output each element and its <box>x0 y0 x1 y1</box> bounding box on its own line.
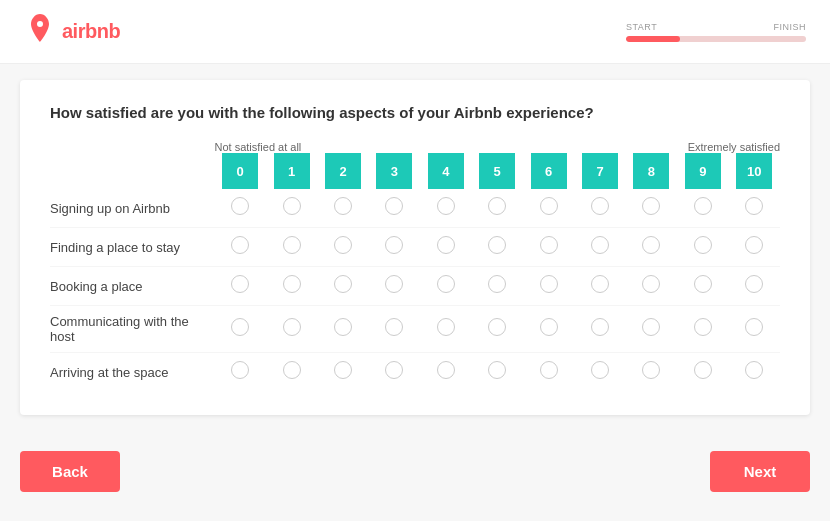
radio-cell <box>677 228 728 267</box>
radio-4-8[interactable] <box>642 361 660 379</box>
scale-label-low: Not satisfied at all <box>215 141 472 153</box>
radio-0-4[interactable] <box>437 197 455 215</box>
radio-1-9[interactable] <box>694 236 712 254</box>
radio-3-1[interactable] <box>283 318 301 336</box>
radio-3-10[interactable] <box>745 318 763 336</box>
scale-cell-4: 4 <box>420 153 471 189</box>
radio-cell <box>317 353 368 392</box>
radio-1-1[interactable] <box>283 236 301 254</box>
radio-cell <box>574 306 625 353</box>
radio-2-4[interactable] <box>437 275 455 293</box>
radio-1-10[interactable] <box>745 236 763 254</box>
radio-cell <box>266 267 317 306</box>
radio-2-9[interactable] <box>694 275 712 293</box>
radio-4-4[interactable] <box>437 361 455 379</box>
radio-cell <box>369 189 420 228</box>
radio-0-2[interactable] <box>334 197 352 215</box>
radio-4-10[interactable] <box>745 361 763 379</box>
radio-4-6[interactable] <box>540 361 558 379</box>
row-label-1: Finding a place to stay <box>50 228 215 267</box>
radio-1-6[interactable] <box>540 236 558 254</box>
radio-4-0[interactable] <box>231 361 249 379</box>
next-button[interactable]: Next <box>710 451 810 492</box>
logo-text: airbnb <box>62 20 120 43</box>
scale-num-6: 6 <box>531 153 567 189</box>
radio-0-10[interactable] <box>745 197 763 215</box>
radio-3-7[interactable] <box>591 318 609 336</box>
radio-0-8[interactable] <box>642 197 660 215</box>
radio-3-8[interactable] <box>642 318 660 336</box>
radio-cell <box>574 267 625 306</box>
radio-cell <box>369 353 420 392</box>
progress-bar-fill <box>626 36 680 42</box>
radio-2-2[interactable] <box>334 275 352 293</box>
radio-cell <box>369 267 420 306</box>
scale-num-5: 5 <box>479 153 515 189</box>
radio-1-5[interactable] <box>488 236 506 254</box>
scale-cell-3: 3 <box>369 153 420 189</box>
radio-4-1[interactable] <box>283 361 301 379</box>
radio-cell <box>729 189 780 228</box>
radio-4-3[interactable] <box>385 361 403 379</box>
radio-1-7[interactable] <box>591 236 609 254</box>
radio-2-7[interactable] <box>591 275 609 293</box>
radio-0-6[interactable] <box>540 197 558 215</box>
radio-0-3[interactable] <box>385 197 403 215</box>
radio-2-3[interactable] <box>385 275 403 293</box>
radio-3-5[interactable] <box>488 318 506 336</box>
radio-3-9[interactable] <box>694 318 712 336</box>
radio-3-4[interactable] <box>437 318 455 336</box>
scale-label-high: Extremely satisfied <box>472 141 780 153</box>
radio-0-1[interactable] <box>283 197 301 215</box>
radio-1-0[interactable] <box>231 236 249 254</box>
radio-0-5[interactable] <box>488 197 506 215</box>
radio-1-3[interactable] <box>385 236 403 254</box>
radio-0-7[interactable] <box>591 197 609 215</box>
radio-4-5[interactable] <box>488 361 506 379</box>
radio-cell <box>472 267 523 306</box>
radio-cell <box>420 228 471 267</box>
scale-num-2: 2 <box>325 153 361 189</box>
radio-4-2[interactable] <box>334 361 352 379</box>
empty-cell <box>50 141 215 153</box>
radio-cell <box>626 267 677 306</box>
scale-num-7: 7 <box>582 153 618 189</box>
radio-3-0[interactable] <box>231 318 249 336</box>
logo: airbnb <box>24 12 120 51</box>
radio-cell <box>369 228 420 267</box>
radio-2-1[interactable] <box>283 275 301 293</box>
radio-0-9[interactable] <box>694 197 712 215</box>
radio-3-3[interactable] <box>385 318 403 336</box>
table-row: Booking a place <box>50 267 780 306</box>
radio-1-2[interactable] <box>334 236 352 254</box>
radio-cell <box>574 353 625 392</box>
scale-cell-0: 0 <box>215 153 266 189</box>
radio-cell <box>317 228 368 267</box>
radio-2-10[interactable] <box>745 275 763 293</box>
radio-cell <box>317 189 368 228</box>
radio-2-8[interactable] <box>642 275 660 293</box>
radio-cell <box>729 353 780 392</box>
radio-cell <box>266 228 317 267</box>
radio-0-0[interactable] <box>231 197 249 215</box>
scale-cell-8: 8 <box>626 153 677 189</box>
radio-4-7[interactable] <box>591 361 609 379</box>
radio-cell <box>729 267 780 306</box>
radio-cell <box>266 306 317 353</box>
radio-cell <box>215 306 266 353</box>
row-label-3: Communicating with the host <box>50 306 215 353</box>
radio-cell <box>317 267 368 306</box>
radio-cell <box>626 353 677 392</box>
radio-3-2[interactable] <box>334 318 352 336</box>
radio-1-8[interactable] <box>642 236 660 254</box>
back-button[interactable]: Back <box>20 451 120 492</box>
radio-2-5[interactable] <box>488 275 506 293</box>
radio-2-0[interactable] <box>231 275 249 293</box>
radio-4-9[interactable] <box>694 361 712 379</box>
radio-2-6[interactable] <box>540 275 558 293</box>
table-row: Communicating with the host <box>50 306 780 353</box>
progress-container: START FINISH <box>626 22 806 42</box>
radio-1-4[interactable] <box>437 236 455 254</box>
radio-cell <box>215 353 266 392</box>
radio-3-6[interactable] <box>540 318 558 336</box>
